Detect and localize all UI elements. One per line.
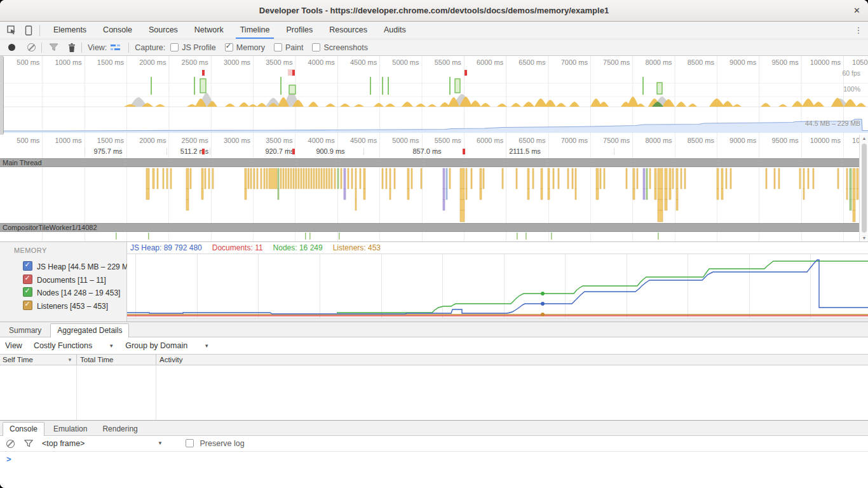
vertical-scrollbar[interactable]: ▲ ▼	[859, 135, 868, 241]
flame-event-bar	[596, 189, 599, 200]
thread-header-main[interactable]: Main Thread	[0, 158, 859, 167]
frame-boundary	[363, 148, 364, 155]
devtools-menu-icon[interactable]: ⋮	[854, 27, 863, 34]
memory-counter-toggle-nodes[interactable]: Nodes [14 248 – 19 453]	[23, 287, 120, 296]
checkbox[interactable]	[23, 301, 32, 310]
preserve-log-checkbox[interactable]	[186, 439, 194, 447]
column-activity[interactable]: Activity	[159, 355, 182, 365]
details-tab-aggregated-details[interactable]: Aggregated Details	[50, 323, 129, 337]
device-mode-icon[interactable]	[23, 25, 34, 36]
column-divider[interactable]	[156, 355, 156, 365]
flame-event-bar	[344, 168, 346, 189]
checkbox[interactable]	[23, 287, 32, 297]
close-icon[interactable]: ✕	[853, 0, 860, 21]
memory-counter-toggle-listeners[interactable]: Listeners [453 – 453]	[23, 301, 108, 309]
memory-legend: JS Heap: 89 792 480Documents: 11Nodes: 1…	[130, 243, 868, 254]
drawer-tab-rendering[interactable]: Rendering	[96, 423, 144, 435]
select-costly-functions[interactable]: Costly Functions▼	[34, 341, 114, 350]
scroll-down-icon[interactable]: ▼	[860, 236, 868, 240]
thread-header-compositor[interactable]: CompositorTileWorker1/14082	[0, 223, 859, 232]
checkbox[interactable]	[170, 43, 179, 51]
scrollbar-thumb[interactable]	[862, 144, 867, 233]
flame-view-icon[interactable]	[111, 44, 123, 51]
checkbox[interactable]	[274, 43, 282, 51]
flame-event-bar	[318, 168, 320, 189]
tab-timeline[interactable]: Timeline	[236, 22, 275, 39]
checkbox[interactable]	[225, 43, 233, 51]
frame-boundary	[614, 148, 614, 155]
ruler-tick-label: 4000 ms	[295, 58, 335, 66]
flame-event-bar	[466, 189, 467, 200]
flame-event-bar	[311, 168, 312, 189]
compositor-event-bar	[116, 233, 117, 240]
devtools-window: Developer Tools - https://developer.chro…	[0, 0, 868, 488]
tab-sources[interactable]: Sources	[144, 22, 182, 39]
select-group-by-domain[interactable]: Group by Domain▼	[125, 341, 209, 350]
compositor-event-bar	[551, 233, 552, 240]
flame-event-bar	[205, 168, 206, 189]
sort-descending-icon: ▼	[67, 357, 72, 363]
drawer-tab-console[interactable]: Console	[3, 422, 44, 436]
flame-event-bar	[208, 168, 210, 189]
flame-event-bar	[250, 168, 252, 189]
inspect-element-icon[interactable]	[6, 25, 17, 36]
drawer-tab-emulation[interactable]: Emulation	[47, 423, 93, 435]
checkbox[interactable]	[23, 261, 32, 271]
chevron-down-icon: ▼	[158, 440, 163, 446]
capture-option-memory[interactable]: Memory	[225, 43, 265, 52]
capture-option-js-profile[interactable]: JS Profile	[170, 43, 216, 52]
preserve-log-option[interactable]: Preserve log	[186, 439, 245, 448]
flame-event-bar	[681, 168, 682, 189]
filter-icon[interactable]	[49, 43, 58, 51]
tab-network[interactable]: Network	[190, 22, 228, 39]
tab-resources[interactable]: Resources	[325, 22, 372, 39]
flame-chart-pane[interactable]: 500 ms1000 ms1500 ms2000 ms2500 ms3000 m…	[0, 135, 868, 241]
memory-counter-graph[interactable]	[127, 254, 868, 318]
frame-context-select[interactable]: <top frame> ▼	[42, 439, 169, 448]
divider	[128, 43, 129, 53]
clear-icon[interactable]	[27, 43, 36, 51]
ruler-tick-label: 5000 ms	[380, 58, 419, 66]
timeline-flag-icon[interactable]	[292, 149, 295, 154]
column-total-time[interactable]: Total Time	[80, 355, 113, 365]
capture-option-paint[interactable]: Paint	[274, 43, 304, 52]
flame-event-bar	[604, 168, 605, 189]
scroll-up-icon[interactable]: ▲	[860, 136, 868, 140]
tab-elements[interactable]: Elements	[49, 22, 91, 39]
cpu-activity	[416, 104, 426, 107]
column-self-time[interactable]: Self Time	[3, 355, 33, 365]
overview-window-grip[interactable]	[0, 56, 4, 135]
flame-event-bar	[654, 189, 656, 200]
checkbox[interactable]	[23, 274, 32, 284]
tab-profiles[interactable]: Profiles	[281, 22, 317, 39]
trash-icon[interactable]	[68, 43, 76, 52]
flame-event-bar	[466, 168, 467, 189]
console-filter-icon[interactable]	[24, 440, 33, 447]
tab-audits[interactable]: Audits	[379, 22, 410, 39]
record-icon[interactable]	[8, 44, 15, 51]
cpu-activity	[545, 100, 556, 107]
aggregated-table-body[interactable]	[0, 365, 868, 420]
ruler-tick-label: 500 ms	[0, 137, 39, 144]
memory-counter-toggle-js-heap[interactable]: JS Heap [44.5 MB – 229 MB]	[23, 261, 135, 270]
flame-event-bar	[633, 189, 635, 200]
capture-option-screenshots[interactable]: Screenshots	[312, 43, 367, 52]
details-tab-summary[interactable]: Summary	[3, 324, 48, 337]
cpu-activity	[325, 104, 336, 107]
ruler-tick-label: 8500 ms	[675, 137, 714, 144]
timeline-flag-icon[interactable]	[202, 149, 205, 154]
timeline-flag-icon[interactable]	[463, 149, 465, 154]
ruler-tick-label: 2500 ms	[169, 58, 208, 66]
flame-event-bar	[382, 168, 383, 189]
column-divider[interactable]	[76, 355, 77, 365]
capture-label: Capture:	[135, 43, 165, 52]
timeline-overview[interactable]: 500 ms1000 ms1500 ms2000 ms2500 ms3000 m…	[0, 56, 868, 135]
clear-console-icon[interactable]	[6, 440, 15, 448]
console-body[interactable]: >	[0, 452, 868, 488]
memory-counter-toggle-documents[interactable]: Documents [11 – 11]	[23, 274, 106, 283]
timeline-flag-icon	[202, 70, 205, 76]
checkbox[interactable]	[312, 43, 320, 51]
main-thread-flamechart	[0, 167, 859, 223]
flame-event-bar	[212, 168, 214, 189]
tab-console[interactable]: Console	[98, 22, 137, 39]
